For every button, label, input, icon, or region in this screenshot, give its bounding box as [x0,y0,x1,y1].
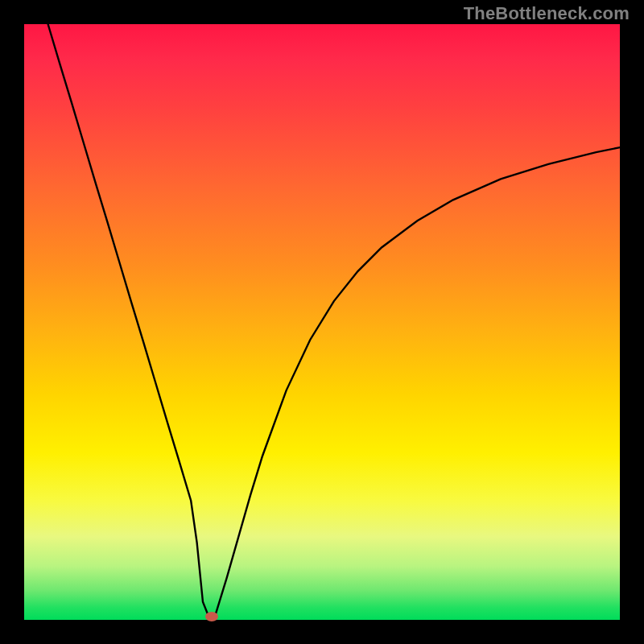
chart-frame: TheBottleneck.com [0,0,644,644]
plot-area [24,24,620,620]
watermark-text: TheBottleneck.com [464,3,630,24]
curve-svg [24,24,620,620]
optimal-point-dot [205,612,218,621]
bottleneck-curve [48,24,620,617]
